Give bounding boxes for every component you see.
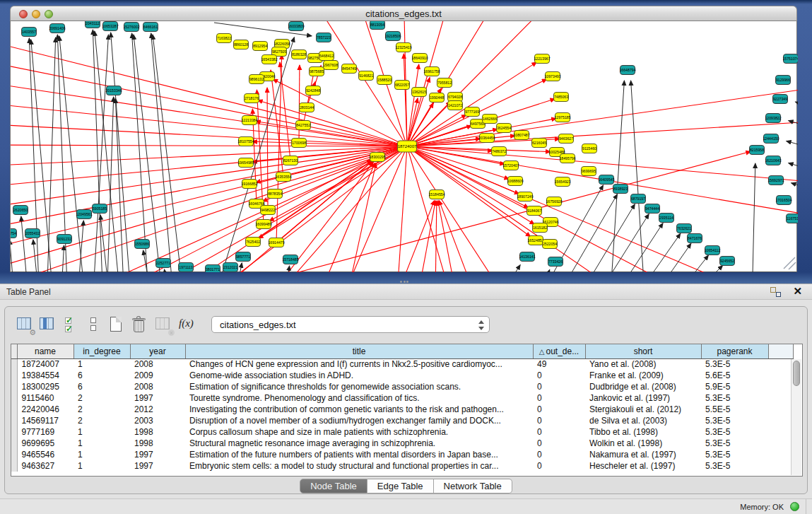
column-header-out_degree[interactable]: △out_de... <box>533 344 585 358</box>
network-canvas[interactable]: 7163822886012889129541822605898275051654… <box>10 21 797 272</box>
cell-out_degree[interactable]: 0 <box>533 426 585 438</box>
citation-graph[interactable]: 7163822886012889129541822605898275051654… <box>11 21 798 272</box>
cell-name[interactable]: 19384554 <box>17 370 73 381</box>
graph-node[interactable]: 8471676 <box>688 234 702 243</box>
cell-short[interactable]: Hescheler et al. (1997) <box>585 460 701 472</box>
cell-pagerank[interactable]: 5.9E-5 <box>701 381 768 392</box>
window-titlebar[interactable]: citations_edges.txt <box>10 6 797 21</box>
graph-node[interactable]: 6794028 <box>448 93 463 102</box>
graph-node[interactable]: 19218506 <box>384 32 401 41</box>
graph-node[interactable]: 15718485 <box>282 255 298 264</box>
graph-node[interactable]: 12975185 <box>554 113 570 122</box>
cell-year[interactable]: 2008 <box>130 381 185 392</box>
cell-short[interactable]: Nakamura et al. (1997) <box>585 449 701 460</box>
graph-node[interactable]: 8454749 <box>342 64 357 74</box>
table-header-row[interactable]: namein_degreeyeartitle△out_de...shortpag… <box>11 344 793 358</box>
cell-title[interactable]: Structural magnetic resonance image aver… <box>185 438 533 449</box>
graph-node[interactable]: 16524851 <box>527 236 543 245</box>
graph-node[interactable]: 2252771 <box>156 259 171 268</box>
tab-node-table[interactable]: Node Table <box>300 479 367 493</box>
graph-node[interactable]: 18107554 <box>237 137 254 146</box>
select-all-button[interactable] <box>61 315 81 334</box>
graph-node[interactable]: 7485063 <box>554 93 569 102</box>
cell-title[interactable]: Changes of HCN gene expression and I(f) … <box>185 358 533 370</box>
graph-node[interactable]: 9245652 <box>720 257 735 266</box>
graph-node[interactable]: 14136141 <box>519 252 535 262</box>
graph-node[interactable]: 9875685 <box>310 67 324 76</box>
cell-name[interactable]: 18300295 <box>17 381 73 392</box>
graph-node[interactable]: 6466161 <box>143 23 158 32</box>
graph-node[interactable]: 8186328 <box>292 50 307 59</box>
graph-node[interactable]: 9857771 <box>236 252 251 262</box>
graph-node[interactable]: 15276002 <box>123 23 139 32</box>
column-header-pagerank[interactable]: pagerank <box>701 344 768 358</box>
graph-node[interactable]: 2043112 <box>86 21 100 28</box>
close-icon[interactable]: ✕ <box>793 285 802 298</box>
cell-out_degree[interactable]: 0 <box>533 449 585 460</box>
graph-node[interactable]: 15184554 <box>428 190 445 199</box>
graph-node[interactable]: 10973493 <box>544 72 560 81</box>
cell-out_degree[interactable]: 0 <box>533 404 585 415</box>
graph-node[interactable]: 9091232 <box>57 235 72 244</box>
table-row[interactable]: 1830029562008Estimation of significance … <box>11 381 793 392</box>
cell-short[interactable]: Jankovic et al. (1997) <box>585 392 701 404</box>
graph-node[interactable]: 16409545 <box>598 175 614 185</box>
table-selector-dropdown[interactable]: citations_edges.txt <box>211 316 490 333</box>
graph-node[interactable]: 1588520 <box>377 76 392 85</box>
graph-node[interactable]: 20153346 <box>105 86 122 95</box>
graph-node[interactable]: 9107754 <box>11 229 17 238</box>
table-options-button[interactable]: ⚙ <box>15 315 35 334</box>
column-header-in_degree[interactable]: in_degree <box>73 344 130 358</box>
cell-pagerank[interactable]: 5.3E-5 <box>701 438 768 449</box>
table-row[interactable]: 911546021997Tourette syndrome. Phenomeno… <box>11 392 793 404</box>
tab-edge-table[interactable]: Edge Table <box>367 479 434 493</box>
graph-node[interactable]: 8813054 <box>370 21 385 30</box>
graph-node[interactable]: 7955812 <box>437 78 452 88</box>
cell-in_degree[interactable]: 1 <box>73 358 130 370</box>
cell-short[interactable]: Tibbo et al. (1998) <box>585 426 701 438</box>
cell-short[interactable]: Wolkin et al. (1998) <box>585 438 701 449</box>
cell-in_degree[interactable]: 1 <box>73 438 130 449</box>
graph-node[interactable]: 16033809 <box>288 22 304 31</box>
cell-in_degree[interactable]: 2 <box>73 404 130 415</box>
cell-name[interactable]: 9699695 <box>17 438 73 449</box>
cell-short[interactable]: de Silva et al. (2003) <box>585 415 701 426</box>
graph-node[interactable]: 9115460 <box>582 144 597 153</box>
graph-node[interactable]: 2935114 <box>659 214 674 223</box>
graph-node[interactable]: 1421072 <box>448 101 463 110</box>
clear-selection-button[interactable] <box>84 315 104 334</box>
cell-name[interactable]: 9463627 <box>17 460 73 472</box>
graph-node[interactable]: 19654985 <box>237 158 254 168</box>
graph-node[interactable]: 1550686 <box>135 240 150 249</box>
cell-name[interactable]: 22420046 <box>17 404 73 415</box>
graph-node[interactable]: 6822057 <box>395 81 410 90</box>
graph-node[interactable]: 1700698 <box>292 139 307 148</box>
graph-node[interactable]: 2620650 <box>13 206 28 215</box>
graph-node[interactable]: 18640910 <box>411 54 428 63</box>
graph-node[interactable]: 2803144 <box>300 103 314 112</box>
graph-node[interactable]: 1971113 <box>179 263 194 272</box>
cell-title[interactable]: Embryonic stem cells: a model to study s… <box>185 460 533 472</box>
graph-node[interactable]: 9146821 <box>359 71 374 81</box>
graph-node[interactable]: 16648794 <box>619 66 635 75</box>
graph-node[interactable]: 2312021 <box>223 263 238 272</box>
graph-node[interactable]: 10688609 <box>507 177 523 186</box>
table-row[interactable]: 977716911998Corpus callosum shape and si… <box>11 426 793 438</box>
graph-node[interactable]: 12049561 <box>76 210 92 219</box>
cell-title[interactable]: Tourette syndrome. Phenomenology and cla… <box>185 392 533 404</box>
graph-node[interactable]: 10653287 <box>102 22 118 31</box>
float-window-icon[interactable] <box>770 287 781 297</box>
graph-node[interactable]: 16353554 <box>275 173 291 182</box>
cell-in_degree[interactable]: 1 <box>73 426 130 438</box>
cell-name[interactable]: 9115460 <box>17 392 73 404</box>
column-header-year[interactable]: year <box>130 344 185 358</box>
delete-table-button-disabled[interactable]: x <box>153 315 173 334</box>
graph-node[interactable]: 3624554 <box>497 124 512 133</box>
cell-in_degree[interactable]: 2 <box>73 392 130 404</box>
graph-node[interactable]: 5905185 <box>93 204 107 214</box>
cell-out_degree[interactable]: 0 <box>533 392 585 404</box>
graph-node[interactable]: 18907249 <box>517 192 533 201</box>
graph-node[interactable]: 1615182 <box>533 223 548 233</box>
cell-title[interactable]: Estimation of the future numbers of pati… <box>185 449 533 460</box>
graph-node[interactable]: 8860128 <box>234 40 249 49</box>
